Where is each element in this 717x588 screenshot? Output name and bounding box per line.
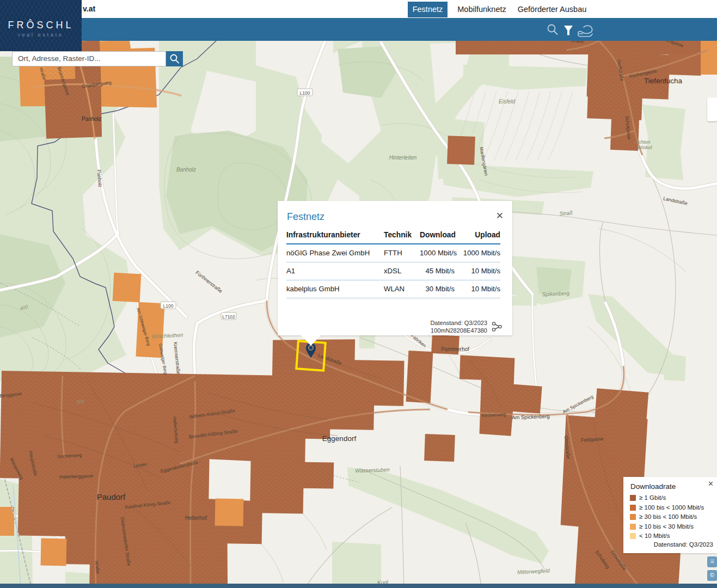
svg-text:Eggendorf: Eggendorf (322, 434, 357, 443)
svg-text:L7102: L7102 (222, 314, 235, 320)
svg-text:Hellerhof: Hellerhof (185, 515, 207, 521)
svg-text:L100: L100 (300, 90, 310, 96)
svg-text:straße: straße (94, 560, 101, 574)
svg-text:Pammerhof: Pammerhof (441, 346, 469, 352)
svg-text:Wasserstuben: Wasserstuben (355, 467, 390, 474)
svg-text:Panholz: Panholz (82, 116, 101, 122)
svg-text:Hinterleiten: Hinterleiten (389, 155, 417, 161)
svg-text:Winkel: Winkel (638, 145, 653, 150)
svg-text:Straß: Straß (559, 210, 573, 217)
svg-text:Paudorf: Paudorf (97, 492, 126, 501)
svg-text:Tiefenfucha: Tiefenfucha (644, 77, 683, 85)
svg-text:Banholz: Banholz (176, 167, 196, 173)
svg-text:L100: L100 (163, 303, 174, 309)
svg-text:300: 300 (76, 399, 84, 405)
svg-text:Eisfeld: Eisfeld (499, 99, 515, 105)
svg-text:Lichten: Lichten (634, 139, 650, 145)
